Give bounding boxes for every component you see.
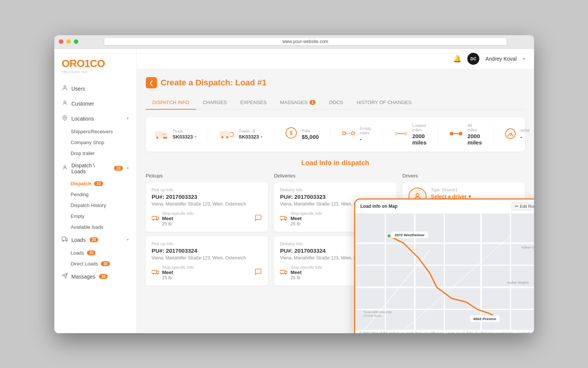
svg-rect-12	[220, 131, 230, 136]
sidebar-item-customer[interactable]: Customer	[54, 96, 136, 111]
truck-dropdown-icon: ▾	[195, 135, 196, 139]
svg-rect-7	[155, 131, 162, 137]
pickup-1-stop-row: Stop-specific Info Meet 25 lb	[152, 211, 262, 226]
tab-label: CHARGES	[203, 100, 227, 105]
sidebar-item-loads-sub[interactable]: Loads 10	[71, 247, 136, 258]
dispatch-label: Dispatch	[71, 181, 91, 186]
maximize-button[interactable]	[74, 39, 78, 44]
delivery-1-stop-value: Meet	[290, 216, 322, 221]
loaded-miles-value: 2000 miles	[412, 133, 426, 146]
close-button[interactable]	[59, 39, 63, 44]
tab-history[interactable]: HISTORY OF CHANGES	[350, 96, 418, 110]
rate-info: Rate $5,000	[302, 128, 319, 140]
sidebar-item-massages[interactable]: Massages 10	[54, 269, 136, 284]
truck-icon	[155, 129, 168, 140]
page-area: ❮ Create a Dispatch: Load #1 DISPATCH IN…	[137, 70, 534, 333]
svg-text:6502 Preston: 6502 Preston	[473, 316, 496, 320]
svg-point-3	[64, 165, 66, 167]
all-miles-icon	[449, 129, 463, 140]
svg-rect-25	[152, 216, 157, 219]
tab-label: EXPENSES	[240, 100, 266, 105]
dispatch-loads-expand-icon: ▾	[127, 166, 129, 171]
loads-expand-icon: ▾	[127, 237, 129, 242]
sidebar-item-locations[interactable]: Locations ▾	[54, 111, 136, 126]
truck-stop-icon	[152, 215, 159, 223]
pickup-1-addr: Viena, Mariahilfer Straße 123, Wien, Ost…	[152, 201, 262, 207]
sidebar-item-dispatch-history[interactable]: Dispatch History	[71, 200, 136, 211]
svg-point-50	[387, 234, 391, 238]
dispatch-badge: 10	[94, 181, 103, 186]
pickup-2-chat-icon[interactable]	[254, 268, 262, 277]
truck-label: Truck	[173, 129, 196, 133]
pickup-1-stop-value: Meet	[162, 216, 194, 221]
sidebar-item-empty[interactable]: Empty	[71, 211, 136, 222]
pickup-2-weight: 25 lb	[162, 275, 194, 280]
sidebar-item-label: Massages	[72, 274, 96, 280]
trailer-dropdown-icon: ▾	[260, 135, 262, 139]
sidebar-item-direct-loads[interactable]: Direct Loads 10	[71, 258, 136, 269]
dispatch-loads-submenu: Dispatch 10 Pending Dispatch History Emp…	[54, 178, 136, 232]
svg-point-37	[416, 194, 419, 197]
truck-info: Truck SK03323 ▾	[173, 129, 196, 140]
stat-rate: $ Rate $5,000	[285, 127, 331, 142]
sidebar-item-available-loads[interactable]: Available loads	[71, 222, 136, 232]
users-icon	[62, 85, 68, 92]
pickup-2-stop-row: Stop-specific Info Meet 25 lb	[152, 265, 262, 280]
truck-select[interactable]: SK03323 ▾	[173, 134, 196, 140]
sidebar: ORO1CO TRUCKING INC Users Customer	[54, 49, 137, 333]
url-bar[interactable]: www.your-website.com	[104, 37, 507, 46]
dispatch-history-label: Dispatch History	[71, 203, 106, 208]
trailer-info: Trailer: R SK03323 ▾	[239, 129, 262, 140]
map-body: 2972 Westheimer 6502 Preston Killeen Mun…	[355, 214, 534, 333]
pickups-header: Pickups	[146, 173, 268, 179]
delivery-truck-icon	[280, 215, 287, 223]
stats-row: Truck SK03323 ▾	[146, 117, 525, 152]
trailer-select[interactable]: SK03323 ▾	[239, 134, 262, 140]
direct-loads-label: Direct Loads	[71, 261, 98, 267]
svg-point-18	[352, 132, 355, 135]
user-dropdown-icon[interactable]: ▾	[523, 57, 525, 61]
logo-text: ORO1CO	[62, 58, 129, 70]
sidebar-item-users[interactable]: Users	[54, 81, 136, 96]
sidebar-item-company-shop[interactable]: Company Shop	[71, 137, 136, 148]
driver-type-label: Type: Driver#1	[431, 188, 471, 192]
pickup-1-chat-icon[interactable]	[254, 214, 262, 223]
minimize-button[interactable]	[66, 39, 71, 44]
sidebar-item-dispatch[interactable]: Dispatch 10	[71, 178, 136, 189]
rpm-value: -	[521, 134, 530, 140]
sidebar-item-dispatch-loads[interactable]: Dispatch \ Loads 10 ▾	[54, 159, 136, 178]
rate-label: Rate	[302, 128, 319, 133]
loaded-miles-label: Loaded miles	[412, 123, 426, 132]
delivery-1-stop-left: Stop-specific Info Meet 25 lb	[280, 211, 322, 226]
trailer-value: SK03323	[239, 134, 259, 140]
pickups-column: Pickups Pick up Info PU#: 2017003323 Vie…	[146, 173, 268, 290]
empty-miles-value: -	[360, 136, 371, 142]
tab-expenses[interactable]: EXPENSES	[233, 96, 273, 110]
tab-label: MASSAGES	[280, 100, 307, 105]
tab-docs[interactable]: DOCS	[322, 96, 350, 110]
tab-charges[interactable]: CHARGES	[196, 96, 233, 110]
pickup-1-stop-info: Stop-specific Info Meet 25 lb	[162, 211, 194, 226]
truck-value: SK03323	[173, 134, 193, 140]
mac-window: www.your-website.com ORO1CO TRUCKING INC…	[54, 35, 534, 333]
sidebar-item-shippers[interactable]: Shippers/Receivers	[71, 126, 136, 137]
stat-loaded-miles: Loaded miles 2000 miles	[394, 123, 438, 146]
bell-icon[interactable]: 🔔	[453, 55, 461, 63]
delivery-1-label: Delivery Info	[280, 188, 391, 192]
delivery-2-weight: 25 lb	[290, 275, 322, 280]
sidebar-item-label: Locations	[72, 116, 94, 122]
mac-titlebar: www.your-website.com	[54, 35, 534, 49]
back-button[interactable]: ❮	[146, 77, 157, 88]
sidebar-item-loads[interactable]: Loads 20 ▾	[54, 232, 136, 247]
sidebar-item-pending[interactable]: Pending	[71, 189, 136, 200]
svg-text:$: $	[290, 130, 293, 136]
sidebar-item-drop-trailer[interactable]: Drop trailer	[71, 148, 136, 159]
edit-route-button[interactable]: ✏ Edit Route	[512, 203, 534, 210]
stat-trailer: Trailer: R SK03323 ▾	[219, 129, 274, 140]
page-title-prefix: Create a Dispatch:	[161, 78, 235, 87]
loads-sub-label: Loads	[71, 250, 84, 256]
empty-miles-label: Empty miles	[360, 126, 371, 135]
loads-icon	[62, 236, 68, 244]
tab-dispatch-info[interactable]: DISPATCH INFO	[146, 96, 196, 110]
tab-massages[interactable]: MASSAGES 1	[273, 96, 322, 110]
